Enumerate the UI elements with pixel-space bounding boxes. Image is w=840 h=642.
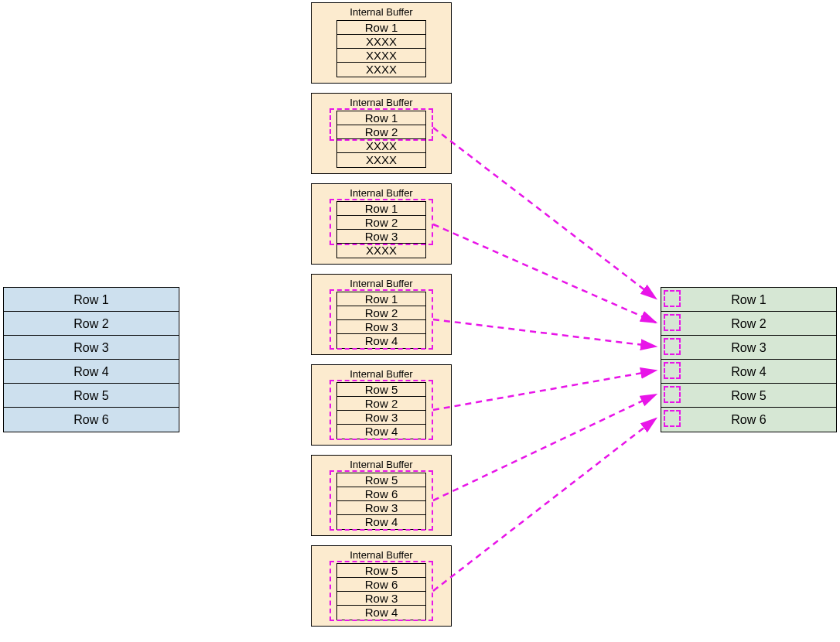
buffer-row: Row 2: [337, 216, 425, 230]
buffer-box: Internal Buffer Row 1 Row 2 Row 3 Row 4: [311, 274, 452, 355]
source-row: Row 4: [4, 360, 179, 384]
buffer-row: Row 6: [337, 487, 425, 501]
dest-table: Row 1 Row 2 Row 3 Row 4 Row 5 Row 6: [661, 287, 837, 432]
buffer-title: Internal Buffer: [312, 97, 451, 108]
buffer-box: Internal Buffer Row 5 Row 6 Row 3 Row 4: [311, 545, 452, 627]
buffer-row: Row 4: [337, 515, 425, 529]
buffer-title: Internal Buffer: [312, 187, 451, 199]
dest-row: Row 3: [661, 336, 836, 360]
buffer-rows: Row 1 Row 2 XXXX XXXX: [336, 111, 426, 168]
buffer-rows: Row 1 Row 2 Row 3 XXXX: [336, 201, 426, 258]
buffer-rows: Row 1 Row 2 Row 3 Row 4: [336, 292, 426, 349]
buffer-row: XXXX: [337, 244, 425, 258]
arrow-line: [433, 394, 656, 500]
buffer-row: Row 5: [337, 383, 425, 397]
buffer-title: Internal Buffer: [312, 459, 451, 470]
buffer-row: Row 5: [337, 473, 425, 487]
dest-row: Row 1: [661, 288, 836, 312]
buffer-title: Internal Buffer: [312, 278, 451, 289]
dest-row: Row 5: [661, 384, 836, 408]
buffer-row: Row 1: [337, 292, 425, 306]
buffer-box: Internal Buffer Row 5 Row 6 Row 3 Row 4: [311, 455, 452, 536]
source-table: Row 1 Row 2 Row 3 Row 4 Row 5 Row 6: [3, 287, 179, 432]
source-row: Row 3: [4, 336, 179, 360]
arrow-line: [433, 371, 656, 410]
buffer-rows: Row 5 Row 6 Row 3 Row 4: [336, 563, 426, 620]
buffer-title: Internal Buffer: [312, 6, 451, 18]
buffer-row: XXXX: [337, 139, 425, 153]
buffer-row: Row 3: [337, 501, 425, 515]
buffer-row: Row 3: [337, 411, 425, 425]
buffer-row: Row 4: [337, 334, 425, 348]
source-row: Row 5: [4, 384, 179, 408]
buffer-row: XXXX: [337, 35, 425, 49]
buffer-row: Row 2: [337, 125, 425, 139]
buffer-box: Internal Buffer Row 1 XXXX XXXX XXXX: [311, 2, 452, 84]
buffer-row: Row 2: [337, 397, 425, 411]
buffer-rows: Row 5 Row 6 Row 3 Row 4: [336, 473, 426, 530]
arrow-line: [433, 128, 656, 299]
buffer-row: Row 1: [337, 111, 425, 125]
arrow-line: [433, 418, 656, 591]
buffer-row: XXXX: [337, 49, 425, 63]
buffer-row: Row 5: [337, 564, 425, 578]
buffer-row: Row 3: [337, 320, 425, 334]
dest-row: Row 6: [661, 408, 836, 432]
dest-row: Row 4: [661, 360, 836, 384]
buffer-row: XXXX: [337, 153, 425, 167]
buffer-rows: Row 5 Row 2 Row 3 Row 4: [336, 382, 426, 439]
buffer-box: Internal Buffer Row 1 Row 2 XXXX XXXX: [311, 93, 452, 174]
buffer-title: Internal Buffer: [312, 368, 451, 380]
source-row: Row 2: [4, 312, 179, 336]
buffer-row: Row 1: [337, 21, 425, 35]
buffer-box: Internal Buffer Row 5 Row 2 Row 3 Row 4: [311, 364, 452, 446]
buffer-row: Row 3: [337, 592, 425, 606]
source-row: Row 1: [4, 288, 179, 312]
buffer-row: Row 3: [337, 230, 425, 244]
buffer-row: Row 4: [337, 425, 425, 439]
buffer-row: Row 1: [337, 202, 425, 216]
buffer-title: Internal Buffer: [312, 549, 451, 561]
dest-row: Row 2: [661, 312, 836, 336]
arrow-line: [433, 319, 656, 347]
buffer-row: Row 2: [337, 306, 425, 320]
source-row: Row 6: [4, 408, 179, 432]
buffer-row: XXXX: [337, 63, 425, 77]
buffer-row: Row 6: [337, 578, 425, 592]
arrow-line: [433, 224, 656, 323]
buffer-row: Row 4: [337, 606, 425, 620]
buffer-box: Internal Buffer Row 1 Row 2 Row 3 XXXX: [311, 183, 452, 265]
buffer-rows: Row 1 XXXX XXXX XXXX: [336, 20, 426, 77]
